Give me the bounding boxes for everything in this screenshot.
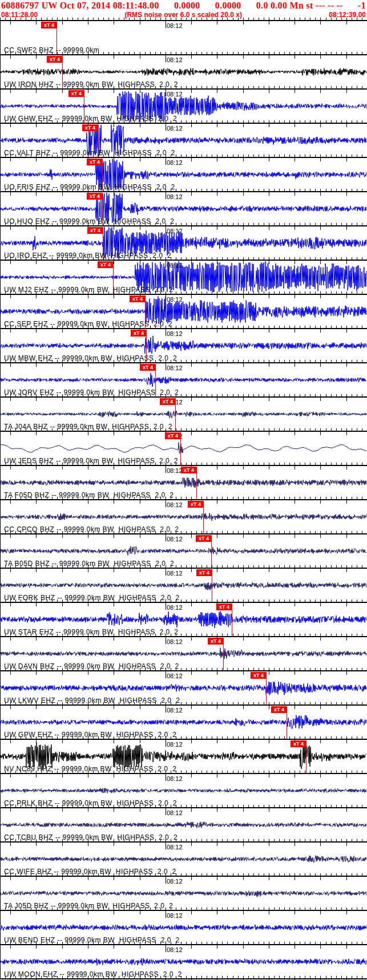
station-label: CC PRLK BHZ -- 99999.0km BW HIGHPASS 2.0… [4,799,177,807]
pick-flag[interactable]: xT 4 [165,432,181,439]
trace-row[interactable]: xT 4 08:12 UW JEDS BHZ -- 99999.0km BW H… [0,431,367,465]
station-label: UO HUO EHZ -- 99999.0km BW HIGHPASS 2.0 … [4,217,175,225]
pick-line [175,405,176,431]
pick-flag[interactable]: xT 4 [291,740,306,747]
trace-row[interactable]: xT 4 08:12 UO FRIS EHZ -- 99999.0km BW H… [0,157,367,192]
minute-time-label: 08:12 [167,91,183,98]
station-label: UO FRIS EHZ -- 99999.0km BW HIGHPASS 2.0… [4,183,175,191]
pick-flag-label: xT 4 [130,295,146,302]
trace-row[interactable]: xT 4 08:12 UW JORV EHZ -- 99999.0km BW H… [0,363,367,397]
pick-flag-label: xT 4 [188,501,204,508]
trace-row[interactable]: xT 4 08:12 CC PRLK BHZ -- 99999.0km BW H… [0,774,367,808]
pick-flag[interactable]: xT 4 [87,193,103,200]
pick-flag-label: xT 4 [196,535,212,542]
station-label: CC SWF2 BHZ -- 99999.0km [4,46,99,54]
pick-flag[interactable]: xT 4 [47,56,63,63]
minute-time-label: 08:12 [167,570,183,577]
pick-flag[interactable]: xT 4 [208,638,224,645]
pick-flag-label: xT 4 [82,124,98,131]
pick-flag-label: xT 4 [98,261,114,268]
minute-time-label: 08:12 [167,673,183,679]
pick-flag[interactable]: xT 4 [251,672,267,679]
trace-row[interactable]: xT 4 08:12 UW BEND EHZ -- 99999.0km BW H… [0,910,367,945]
pick-flag-label: xT 4 [165,432,181,439]
trace-row[interactable]: xT 4 08:12 UW GHW EHZ -- 99999.0km BW HI… [0,89,367,123]
minute-time-label: 08:12 [167,536,183,542]
station-label: CC TCBU BHZ -- 99999.0km BW HIGHPASS 2.0… [4,833,178,841]
minute-time-label: 08:12 [167,365,183,371]
trace-row[interactable]: xT 4 08:12 UW DAVN BHZ -- 99999.0km BW H… [0,637,367,671]
pick-flag[interactable]: xT 4 [181,467,197,473]
trace-row[interactable]: xT 4 08:12 UW GPW EHZ -- 99999.0km BW HI… [0,705,367,739]
minute-time-label: 08:12 [167,330,183,337]
station-label: UW MOON EHZ -- 99999.0km BW HIGHPASS 2.0… [4,970,182,978]
trace-row[interactable]: xT 4 08:12 TA F05D BHZ -- 99999.0km BW H… [0,465,367,500]
minute-time-label: 08:12 [167,159,183,166]
station-label: UW DAVN BHZ -- 99999.0km BW HIGHPASS 2.0… [4,662,179,670]
pick-flag[interactable]: xT 4 [41,22,57,29]
trace-row[interactable]: xT 4 08:12 CC TCBU BHZ -- 99999.0km BW H… [0,808,367,842]
pick-flag-label: xT 4 [271,706,287,713]
trace-row[interactable]: xT 4 08:12 UO IRO EHZ -- 99999.0km BW HI… [0,226,367,260]
seismogram-viewer: { "header": { "parts": ["60886797 UW Oct… [0,0,367,980]
station-label: UW IRON HHZ -- 99999.0km BW HIGHPASS 2.0… [4,80,178,88]
pick-line [180,439,181,465]
trace-row[interactable]: xT 4 08:12 CC SWF2 BHZ -- 99999.0km [0,21,367,55]
minute-time-label: 08:12 [167,946,183,953]
minute-time-label: 08:12 [167,604,183,611]
pick-line [223,645,224,671]
pick-flag[interactable]: xT 4 [131,330,147,337]
pick-flag[interactable]: xT 4 [188,501,204,508]
trace-row[interactable]: xT 4 08:12 CC VALT BHZ -- 99999.0km BW H… [0,123,367,157]
station-label: CC SEP EHZ -- 99999.0km BW HIGHPASS 2.0 … [4,320,172,328]
station-label: CC VALT BHZ -- 99999.0km BW HIGHPASS 2.0… [4,149,175,157]
trace-row[interactable]: xT 4 08:12 UW IRON HHZ -- 99999.0km BW H… [0,55,367,89]
trace-row[interactable]: xT 4 08:12 CC CPCQ BHZ -- 99999.0km BW H… [0,500,367,534]
pick-flag[interactable]: xT 4 [271,706,287,713]
station-label: CC CPCQ BHZ -- 99999.0km BW HIGHPASS 2.0… [4,525,179,533]
station-label: UW MBW EHZ -- 99999.0km BW HIGHPASS 2.0 … [4,354,177,362]
station-label: UW GHW EHZ -- 99999.0km BW HIGHPASS 2.0 … [4,115,177,123]
pick-flag[interactable]: xT 4 [87,227,103,234]
trace-row[interactable]: xT 4 08:12 UW MJ2 EHZ -- 99999.0km BW HI… [0,260,367,294]
minute-time-label: 08:12 [167,844,183,851]
station-label: NV NC89 HHZ -- 99999.0km BW HIGHPASS 2.0… [4,765,176,773]
pick-flag-label: xT 4 [87,193,103,200]
station-label: UW FORK BHZ -- 99999.0km BW HIGHPASS 2.0… [4,594,180,602]
pick-flag[interactable]: xT 4 [68,90,84,97]
trace-row[interactable]: xT 4 08:12 TA J05D BHZ -- 99999.0km BW H… [0,876,367,910]
trace-row[interactable]: xT 4 08:12 CC SEP EHZ -- 99999.0km BW HI… [0,294,367,329]
pick-line [203,508,204,534]
pick-flag-label: xT 4 [216,604,232,610]
trace-row[interactable]: xT 4 08:12 UO HUO EHZ -- 99999.0km BW HI… [0,192,367,226]
pick-flag[interactable]: xT 4 [87,159,103,165]
pick-flag[interactable]: xT 4 [98,261,114,268]
station-label: UW GPW EHZ -- 99999.0km BW HIGHPASS 2.0 … [4,731,177,739]
trace-row[interactable]: xT 4 08:12 TA B05D BHZ -- 99999.0km BW H… [0,534,367,568]
station-label: UO IRO EHZ -- 99999.0km BW HIGHPASS 2.0 … [4,252,171,260]
trace-row[interactable]: xT 4 08:12 UW STAR EHZ -- 99999.0km BW H… [0,602,367,637]
station-label: TA J05D BHZ -- 99999.0km BW HIGHPASS 2.0… [4,902,173,910]
minute-time-label: 08:12 [167,262,183,269]
pick-flag[interactable]: xT 4 [82,124,98,131]
trace-row[interactable]: xT 4 08:12 UW MOON EHZ -- 99999.0km BW H… [0,945,367,979]
trace-row[interactable]: xT 4 08:12 UW FORK BHZ -- 99999.0km BW H… [0,568,367,602]
pick-line [287,713,287,739]
trace-row[interactable]: xT 4 08:12 UW MBW EHZ -- 99999.0km BW HI… [0,329,367,363]
pick-flag[interactable]: xT 4 [196,569,212,576]
pick-flag[interactable]: xT 4 [130,295,146,302]
pick-flag[interactable]: xT 4 [196,535,212,542]
minute-time-label: 08:12 [167,228,183,234]
pick-flag[interactable]: xT 4 [216,604,232,610]
pick-line [211,542,212,568]
pick-flag[interactable]: xT 4 [140,364,156,371]
pick-flag-label: xT 4 [291,740,306,747]
pick-flag[interactable]: xT 4 [160,398,176,405]
trace-row[interactable]: xT 4 08:12 NV NC89 HHZ -- 99999.0km BW H… [0,739,367,774]
trace-row[interactable]: xT 4 08:12 CC WIFE BHZ -- 99999.0km BW H… [0,842,367,876]
trace-row[interactable]: xT 4 08:12 UW LKWV EHZ -- 99999.0km BW H… [0,671,367,705]
pick-flag-label: xT 4 [196,569,212,576]
minute-time-label: 08:12 [167,56,183,63]
station-label: TA F05D BHZ -- 99999.0km BW HIGHPASS 2.0… [4,491,174,499]
trace-row[interactable]: xT 4 08:12 TA J04A BHZ -- 99999.0km BW H… [0,397,367,431]
